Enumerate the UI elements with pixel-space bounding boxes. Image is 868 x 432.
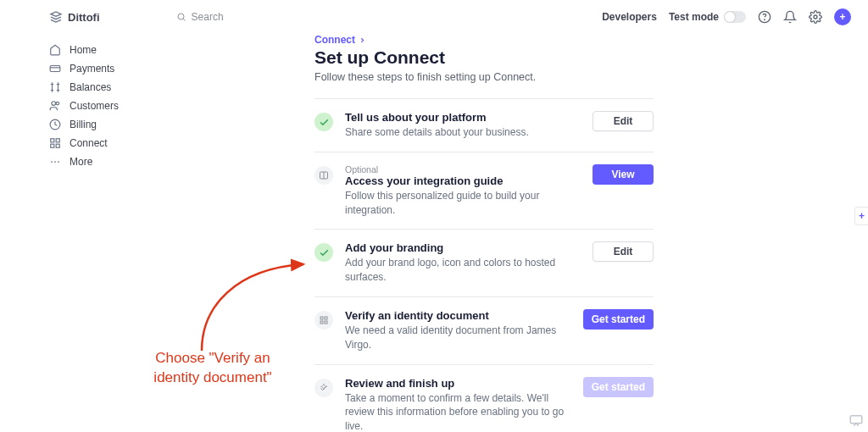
developers-link[interactable]: Developers [602,11,657,23]
svg-rect-5 [50,66,60,72]
annotation-arrow-icon [185,256,312,357]
brand-logo-icon [49,10,63,24]
svg-rect-21 [320,321,323,324]
sidebar-item-label: Payments [70,63,114,75]
toggle-switch-icon[interactable] [724,11,746,23]
svg-rect-13 [56,144,59,147]
get-started-disabled-button: Get started [583,377,654,397]
annotation-line2: identity document" [153,369,271,385]
main-content: Connect Set up Connect Follow these step… [314,34,654,432]
customers-icon [49,100,61,112]
task-optional-label: Optional [345,164,581,174]
rocket-icon [314,379,333,397]
task-desc: Take a moment to confirm a few details. … [345,391,571,432]
edit-button[interactable]: Edit [593,111,654,131]
sidebar-item-balances[interactable]: Balances [49,78,168,97]
page-subtitle: Follow these steps to finish setting up … [314,71,654,83]
brand[interactable]: Dittofi [49,10,100,24]
sidebar-item-customers[interactable]: Customers [49,97,168,115]
sidebar-item-label: Balances [70,81,111,93]
sidebar-item-label: Billing [70,119,97,130]
search-icon [176,12,186,22]
task-desc: Follow this personalized guide to build … [345,189,581,218]
task-desc: Add your brand logo, icon and colors to … [345,256,581,285]
edit-button[interactable]: Edit [593,241,654,262]
test-mode-label: Test mode [669,11,719,23]
check-icon [314,243,333,262]
annotation-text: Choose "Verify an identity document" [136,349,289,388]
svg-rect-19 [320,317,323,319]
task-verify-identity: Verify an identity document We need a va… [314,296,654,364]
task-title: Verify an identity document [345,309,571,322]
sidebar-item-label: More [70,156,92,168]
svg-point-0 [178,14,184,19]
get-started-button[interactable]: Get started [583,309,654,330]
task-branding: Add your branding Add your brand logo, i… [314,229,654,296]
search-input[interactable]: Search [176,11,224,23]
guide-icon [314,166,333,185]
connect-icon [49,137,61,149]
sidebar-item-home[interactable]: Home [49,41,168,59]
sidebar-item-connect[interactable]: Connect [49,134,168,152]
task-platform: Tell us about your platform Share some d… [314,98,654,152]
task-title: Access your integration guide [345,174,581,187]
annotation-line1: Choose "Verify an [155,350,270,366]
help-icon[interactable] [758,10,771,24]
task-title: Review and finish up [345,377,571,390]
svg-rect-12 [51,144,54,147]
svg-line-1 [183,19,185,20]
svg-rect-10 [51,139,54,142]
breadcrumb[interactable]: Connect [314,34,654,46]
svg-rect-20 [325,317,327,319]
breadcrumb-label: Connect [314,34,355,46]
task-desc: We need a valid identity document from J… [345,324,571,352]
task-integration-guide: Optional Access your integration guide F… [314,152,654,230]
gear-icon[interactable] [809,10,822,24]
topbar-right: Developers Test mode + [602,8,851,25]
task-desc: Share some details about your business. [345,125,581,140]
sidebar-item-more[interactable]: More [49,152,168,171]
sidebar-item-label: Home [70,44,97,56]
svg-rect-11 [56,139,59,142]
check-icon [314,113,333,131]
svg-point-3 [765,19,765,20]
payments-icon [49,63,61,75]
svg-point-7 [52,102,56,106]
sidebar-item-billing[interactable]: Billing [49,115,168,134]
billing-icon [49,119,61,130]
sidebar: Home Payments Balances Customers Billing… [49,41,168,171]
sidebar-item-payments[interactable]: Payments [49,59,168,78]
more-icon [49,156,61,168]
task-review-finish: Review and finish up Take a moment to co… [314,364,654,432]
sidebar-item-label: Customers [70,100,119,112]
home-icon [49,44,61,56]
floating-add-button[interactable]: + [854,207,868,225]
task-title: Tell us about your platform [345,111,581,124]
svg-point-4 [814,15,817,19]
svg-point-16 [58,161,59,163]
balances-icon [49,81,61,93]
task-title: Add your branding [345,241,581,254]
sidebar-item-label: Connect [70,137,108,149]
test-mode-toggle[interactable]: Test mode [669,11,746,23]
brand-name: Dittofi [68,11,100,24]
view-button[interactable]: View [593,164,654,185]
svg-rect-23 [850,416,862,424]
add-account-button[interactable]: + [834,8,851,25]
page-title: Set up Connect [314,47,654,68]
svg-point-15 [54,161,56,163]
svg-point-14 [51,161,53,163]
topbar: Dittofi Search Developers Test mode + [0,0,868,34]
identity-icon [314,311,333,330]
bell-icon[interactable] [783,10,797,24]
svg-rect-22 [325,321,327,324]
svg-point-8 [56,102,59,105]
chat-icon[interactable] [849,413,864,428]
chevron-right-icon [359,36,366,44]
search-placeholder: Search [192,11,224,23]
